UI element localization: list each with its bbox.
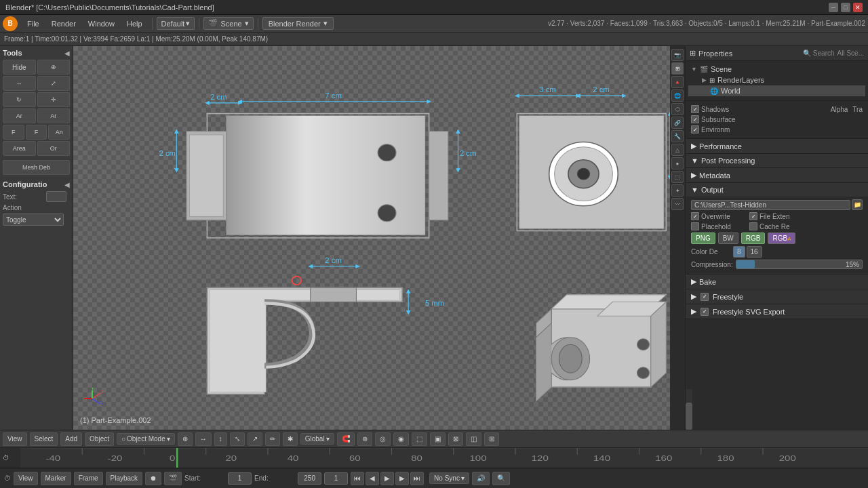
metadata-header[interactable]: ▶ Metadata	[686, 168, 868, 182]
freestyle-checkbox[interactable]	[701, 293, 709, 301]
tools-collapse[interactable]: ◀	[64, 49, 70, 57]
layout-dropdown[interactable]: Default ▾	[157, 17, 195, 30]
tool-cursor-btn[interactable]: ✛	[37, 92, 71, 107]
freestyle-svg-checkbox[interactable]	[701, 308, 709, 316]
props-physics-icon[interactable]: 〰	[671, 198, 684, 210]
close-button[interactable]: ✕	[853, 3, 863, 12]
timeline-track[interactable]: -40 -20 0 20 40 60 80 100 120	[20, 448, 868, 468]
tree-item-scene[interactable]: ▼ 🎬 Scene	[688, 64, 865, 75]
tool-btn-7[interactable]: ◫	[466, 432, 481, 446]
output-folder-btn[interactable]: 📁	[852, 199, 863, 210]
tool-btn-4[interactable]: ⬚	[412, 432, 427, 446]
tool-scale-btn[interactable]: ⤢	[37, 76, 71, 91]
props-search[interactable]: 🔍 Search	[803, 49, 834, 57]
output-header[interactable]: ▼ Output	[686, 183, 868, 197]
timeline-icon[interactable]: ⏱	[3, 454, 9, 462]
transform1-btn[interactable]: ↔	[195, 432, 212, 446]
tool-btn-5[interactable]: ▣	[430, 432, 446, 446]
props-texture-icon[interactable]: ⬚	[671, 171, 684, 183]
anim-btn[interactable]: 🎬	[164, 472, 182, 485]
tool-ar1-btn[interactable]: Ar	[3, 108, 36, 123]
freestyle-svg-header[interactable]: ▶ Freestyle SVG Export	[686, 304, 868, 319]
mesh-deform-btn[interactable]: Mesh Deb	[3, 160, 70, 175]
tool-ar2-btn[interactable]: Ar	[37, 108, 71, 123]
view-btn[interactable]: View	[3, 432, 27, 446]
sync-dropdown[interactable]: No Sync ▾	[429, 472, 469, 484]
overwrite-checkbox[interactable]	[691, 212, 699, 220]
tool-f2-btn[interactable]: F	[26, 125, 47, 140]
blender-logo[interactable]: B	[3, 16, 18, 31]
minimize-button[interactable]: ─	[829, 3, 838, 12]
output-path-input[interactable]	[691, 200, 850, 210]
tool-btn-2[interactable]: ◎	[375, 432, 391, 446]
format-bw[interactable]: BW	[718, 232, 738, 244]
format-png[interactable]: PNG	[691, 232, 715, 244]
right-panel-scrollbar[interactable]	[686, 389, 692, 430]
performance-header[interactable]: ▶ Performance	[686, 139, 868, 153]
post-processing-header[interactable]: ▼ Post Processing	[686, 154, 868, 167]
props-object-icon[interactable]: ⬡	[671, 103, 684, 115]
freestyle-header[interactable]: ▶ Freestyle	[686, 289, 868, 304]
tree-item-renderlayers[interactable]: ▶ ⊞ RenderLayers	[688, 75, 865, 85]
props-particles-icon[interactable]: ✦	[671, 184, 684, 197]
fileext-checkbox[interactable]	[749, 212, 757, 220]
mode-dropdown[interactable]: ○ Object Mode ▾	[117, 433, 175, 445]
props-material-icon[interactable]: ●	[671, 157, 684, 169]
props-world-icon[interactable]: 🌐	[671, 89, 684, 102]
step-fwd-btn[interactable]: ▶	[395, 472, 409, 485]
transform2-btn[interactable]: ↕	[214, 432, 227, 446]
snap-toggle[interactable]: 🧲	[337, 432, 355, 446]
view-status-btn[interactable]: View	[14, 472, 38, 485]
tree-item-world[interactable]: 🌐 World	[688, 85, 865, 96]
status-icon[interactable]: ⏱	[4, 474, 11, 482]
select-btn[interactable]: Select	[30, 432, 58, 446]
tool-rotate-btn[interactable]: ↻	[3, 92, 36, 107]
playback-btn[interactable]: Playback	[106, 472, 143, 485]
pivot-btn[interactable]: ⊕	[178, 432, 193, 446]
add-btn[interactable]: Add	[60, 432, 82, 446]
shadows-checkbox[interactable]	[691, 105, 699, 113]
props-modifiers-icon[interactable]: 🔧	[671, 130, 684, 142]
settings-btn[interactable]: 🔍	[492, 472, 510, 485]
subsurface-checkbox[interactable]	[691, 115, 699, 123]
cachre-checkbox[interactable]	[749, 222, 757, 230]
menu-render[interactable]: Render	[46, 18, 81, 29]
tool-btn-8[interactable]: ⊞	[484, 432, 499, 446]
tool-f1-btn[interactable]: F	[3, 125, 24, 140]
tool-btn-3[interactable]: ◉	[393, 432, 409, 446]
compression-bar[interactable]: 15%	[736, 260, 863, 269]
props-render-layers-icon[interactable]: ⊞	[671, 62, 684, 75]
global-dropdown[interactable]: Global ▾	[300, 433, 334, 445]
props-allscenes[interactable]: All Sce...	[837, 49, 864, 57]
tool-icon-btn[interactable]: ⊕	[37, 60, 71, 75]
record-btn[interactable]: ⏺	[145, 472, 161, 485]
marker-btn[interactable]: Marker	[41, 472, 71, 485]
maximize-button[interactable]: □	[841, 3, 850, 12]
format-rgb[interactable]: RGB	[741, 232, 766, 244]
text-input[interactable]	[46, 191, 66, 202]
tool-or-btn[interactable]: Or	[37, 141, 71, 156]
toggle-select[interactable]: Toggle	[3, 214, 64, 226]
props-render-icon[interactable]: 📷	[671, 49, 684, 61]
scene-selector[interactable]: 🎬 Scene ▾	[203, 17, 253, 30]
color-depth-16[interactable]: 16	[747, 246, 762, 258]
start-frame-input[interactable]	[228, 472, 252, 485]
end-frame-input[interactable]	[298, 472, 321, 485]
audio-btn[interactable]: 🔊	[472, 472, 490, 485]
menu-file[interactable]: File	[22, 18, 45, 29]
config-collapse[interactable]: ◀	[64, 181, 70, 188]
color-depth-8[interactable]: 8	[733, 246, 745, 258]
viewport[interactable]: 2 cm 7 cm 2 cm 2 cm 3 cm 2 cm	[73, 46, 670, 430]
tool-an-btn[interactable]: An	[48, 125, 70, 140]
snap1-btn[interactable]: ⤡	[230, 432, 245, 446]
bake-header[interactable]: ▶ Bake	[686, 274, 868, 289]
tool-move-btn[interactable]: ↔	[3, 76, 36, 91]
pencil-btn[interactable]: ✏	[265, 432, 280, 446]
frame-btn[interactable]: Frame	[74, 472, 103, 485]
tool-area-btn[interactable]: Area	[3, 141, 36, 156]
snap2-btn[interactable]: ↗	[248, 432, 262, 446]
cursor-btn[interactable]: ✱	[283, 432, 298, 446]
menu-window[interactable]: Window	[83, 18, 120, 29]
scrollbar-thumb[interactable]	[686, 403, 692, 430]
menu-help[interactable]: Help	[121, 18, 148, 29]
